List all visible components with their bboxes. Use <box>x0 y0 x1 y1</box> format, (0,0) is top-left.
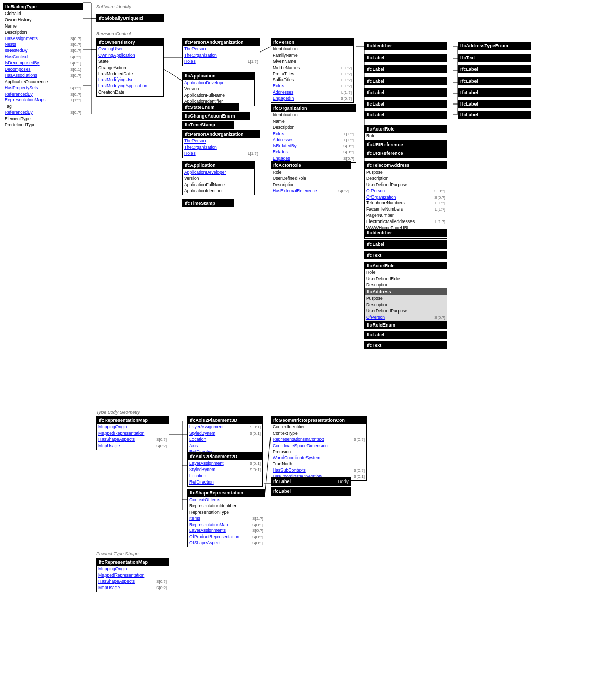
header-ifc-uri-reference-bot: IfcURIReference <box>365 150 447 157</box>
section-product-type-shape: Product Type Shape <box>96 551 138 556</box>
header-ifc-actor-role-lower: IfcActorRole <box>365 262 447 269</box>
header-ifc-role-enum: IfcRoleEnum <box>365 321 447 329</box>
header-ifc-text-lower: IfcText <box>365 252 447 259</box>
box-ifc-person-and-org-top: IfcPersonAndOrganization ThePerson TheOr… <box>182 38 260 66</box>
header-ifc-railing-type: IfcRailingType <box>3 3 83 10</box>
header-ifc-organization: IfcOrganization <box>271 105 356 112</box>
body-ifc-geom-rep-context: ContextIdentifier ContextType Representa… <box>271 424 366 480</box>
box-ifc-text-role: IfcText <box>364 341 447 349</box>
box-ifc-text-lower: IfcText <box>364 251 447 259</box>
body-ifc-telecom-address: Purpose Description UserDefinedPurpose O… <box>365 169 447 238</box>
box-ifc-timestamp-bot: IfcTimeStamp <box>182 199 234 207</box>
box-ifc-label-6: IfcLabel <box>364 111 447 119</box>
header-ifc-label-r3: IfcLabel <box>458 89 530 96</box>
body-ifc-person: Identification FamilyName GivenName Midd… <box>271 46 353 102</box>
header-ifc-label-role: IfcLabel <box>365 331 447 338</box>
header-ifc-owner-history: IfcOwnerHistory <box>97 38 163 46</box>
box-ifc-identifier-lower: IfcIdentifier <box>364 229 447 237</box>
body-ifc-application-bot: ApplicationDeveloper Version Application… <box>183 169 254 195</box>
body-ifc-shape-representation: ContextOfItems RepresentationIdentifier … <box>188 497 265 547</box>
header-ifc-label-1: IfcLabel <box>365 54 447 61</box>
box-ifc-label-r3: IfcLabel <box>458 88 531 97</box>
header-ifc-shape-representation: IfcShapeRepresentation <box>188 489 265 497</box>
box-ifc-label-lower: IfcLabel <box>364 240 447 249</box>
header-ifc-timestamp-top: IfcTimeStamp <box>183 121 234 128</box>
body-ifc-rep-map-product: MappingOrigin MappedRepresentation HasSh… <box>97 566 169 592</box>
box-ifc-organization: IfcOrganization Identification Name Desc… <box>271 104 356 163</box>
header-ifc-geom-rep-context: IfcGeometricRepresentationCon <box>271 416 366 424</box>
header-ifc-label-r5: IfcLabel <box>458 111 530 119</box>
body-ifc-application-top: ApplicationDeveloper Version Application… <box>183 80 254 106</box>
box-ifc-person-and-org-bot: IfcPersonAndOrganization ThePerson TheOr… <box>182 130 260 158</box>
header-ifc-actor-role-top: IfcActorRole <box>271 162 351 169</box>
box-ifc-label-r1: IfcLabel <box>458 65 531 73</box>
section-software-identity: Software Identity <box>96 4 131 9</box>
box-ifc-timestamp-top: IfcTimeStamp <box>182 121 234 129</box>
header-ifc-change-action-enum: IfcChangeActionEnum <box>183 112 249 120</box>
body-ifc-axis2-placement-2d: LayerAssignmentS[0:1] StyledByItemS[0:1]… <box>188 460 262 486</box>
header-ifc-address: IfcAddress <box>365 288 447 295</box>
body-ifc-owner-history: OwningUser OwningApplication State Chang… <box>97 46 163 96</box>
box-ifc-label-role: IfcLabel <box>364 331 447 339</box>
section-revision-control: Revision Control <box>96 31 131 36</box>
box-ifc-axis2-placement-3d: IfcAxis2Placement3D LayerAssignmentS[0:1… <box>187 416 263 456</box>
header-ifc-label-6: IfcLabel <box>365 111 447 119</box>
svg-line-7 <box>161 68 182 81</box>
header-ifc-label-lower: IfcLabel <box>365 241 447 248</box>
box-ifc-label-5: IfcLabel <box>364 100 447 108</box>
box-ifc-telecom-address: IfcTelecomAddress Purpose Description Us… <box>364 161 447 239</box>
header-ifc-globally-unique-id: IfcGloballyUniqueId <box>97 15 163 22</box>
body-ifc-organization: Identification Name Description RolesL[1… <box>271 112 356 162</box>
header-ifc-identifier-lower: IfcIdentifier <box>365 229 447 237</box>
header-ifc-label-5: IfcLabel <box>365 100 447 108</box>
box-ifc-label-3: IfcLabel <box>364 77 447 85</box>
box-ifc-actor-role-top: IfcActorRole Role UserDefinedRole Descri… <box>271 161 351 195</box>
header-ifc-timestamp-bot: IfcTimeStamp <box>183 200 234 207</box>
header-ifc-text-right: IfcText <box>458 54 530 61</box>
header-ifc-label-shape-rep: IfcLabel <box>271 488 351 495</box>
section-type-body-geometry: Type Body Geometry <box>96 410 140 415</box>
box-ifc-state-enum: IfcStateEnum <box>182 103 239 111</box>
box-ifc-shape-representation: IfcShapeRepresentation ContextOfItems Re… <box>187 489 265 547</box>
header-ifc-label-r1: IfcLabel <box>458 66 530 73</box>
header-ifc-person: IfcPerson <box>271 38 353 46</box>
header-ifc-address-type-enum: IfcAddressTypeEnum <box>458 42 530 49</box>
box-ifc-label-2: IfcLabel <box>364 65 447 73</box>
box-ifc-address-type-enum: IfcAddressTypeEnum <box>458 42 531 50</box>
box-ifc-label-body: IfcLabel Body <box>271 477 351 486</box>
box-ifc-label-r4: IfcLabel <box>458 100 531 108</box>
box-ifc-identifier-top: IfcIdentifier <box>364 42 447 50</box>
header-ifc-identifier-top: IfcIdentifier <box>365 42 447 49</box>
body-ifc-railing-type: GlobalId OwnerHistory Name Description H… <box>3 10 83 129</box>
header-ifc-rep-map-body: IfcRepresentationMap <box>97 416 169 424</box>
box-ifc-role-enum: IfcRoleEnum <box>364 321 447 329</box>
body-ifc-axis2-placement-3d: LayerAssignmentS[0:1] StyledByItemS[0:1]… <box>188 424 262 455</box>
body-ifc-rep-map-body: MappingOrigin MappedRepresentation HasSh… <box>97 424 169 450</box>
box-ifc-axis2-placement-2d: IfcAxis2Placement2D LayerAssignmentS[0:1… <box>187 452 263 487</box>
box-ifc-rep-map-body: IfcRepresentationMap MappingOrigin Mappe… <box>96 416 169 450</box>
box-ifc-owner-history: IfcOwnerHistory OwningUser OwningApplica… <box>96 38 164 97</box>
box-ifc-railing-type: IfcRailingType GlobalId OwnerHistory Nam… <box>3 3 83 129</box>
box-ifc-person: IfcPerson Identification FamilyName Give… <box>271 38 354 103</box>
header-ifc-person-and-org-bot: IfcPersonAndOrganization <box>183 131 260 138</box>
box-ifc-rep-map-product: IfcRepresentationMap MappingOrigin Mappe… <box>96 558 169 592</box>
header-ifc-label-2: IfcLabel <box>365 66 447 73</box>
header-ifc-label-4: IfcLabel <box>365 89 447 96</box>
box-ifc-uri-reference-top: IfcURIReference <box>364 140 447 149</box>
header-ifc-uri-reference-top: IfcURIReference <box>365 141 447 148</box>
box-ifc-label-shape-rep: IfcLabel <box>271 487 351 496</box>
box-ifc-label-r5: IfcLabel <box>458 111 531 119</box>
body-ifc-actor-role-top: Role UserDefinedRole Description HasExte… <box>271 169 351 195</box>
header-ifc-application-top: IfcApplication <box>183 72 254 80</box>
box-ifc-globally-unique-id: IfcGloballyUniqueId <box>96 14 164 22</box>
box-ifc-label-1: IfcLabel <box>364 54 447 62</box>
body-ifc-person-and-org-bot: ThePerson TheOrganization RolesL[1:?] <box>183 138 260 158</box>
header-ifc-text-role: IfcText <box>365 342 447 349</box>
diagram-container: Software Identity IfcRailingType GlobalI… <box>0 0 616 678</box>
header-ifc-label-r4: IfcLabel <box>458 100 530 108</box>
box-ifc-label-r2: IfcLabel <box>458 77 531 85</box>
header-ifc-state-enum: IfcStateEnum <box>183 103 239 111</box>
header-ifc-actor-role-mid: IfcActorRole <box>365 125 447 133</box>
header-ifc-telecom-address: IfcTelecomAddress <box>365 162 447 169</box>
header-ifc-axis2-placement-3d: IfcAxis2Placement3D <box>188 416 262 424</box>
